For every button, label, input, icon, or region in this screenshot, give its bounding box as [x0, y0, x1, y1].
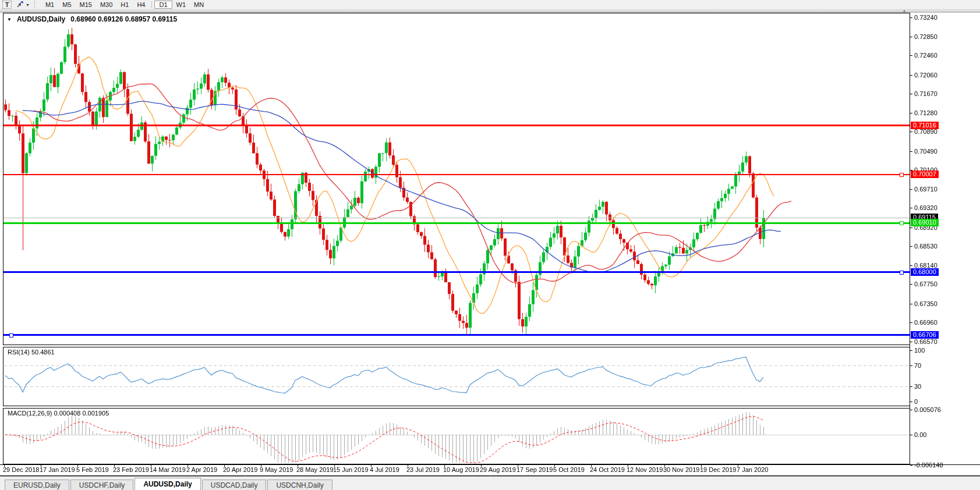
price-axis-tick: 0.69320 — [914, 204, 937, 211]
price-badge: 0.69010 — [911, 219, 939, 226]
price-axis-tick: 0.72060 — [914, 72, 937, 79]
price-badge: 0.68000 — [911, 268, 939, 276]
price-axis-tick: 0.66570 — [914, 338, 937, 345]
price-axis-tick: 0.68530 — [914, 243, 937, 250]
date-axis-label: 15 Jun 2019 — [333, 466, 369, 473]
timeframe-button-m15[interactable]: M15 — [76, 1, 96, 9]
date-axis-label: 7 Jan 2020 — [737, 466, 768, 473]
price-axis-tick: 0.72850 — [914, 33, 937, 40]
price-badge: 0.71016 — [911, 122, 939, 129]
rsi-axis-tick: 30 — [914, 383, 921, 390]
price-axis-tick: 0.67750 — [914, 280, 937, 287]
rsi-axis-tick: 70 — [914, 362, 921, 369]
date-axis-label: 23 Feb 2019 — [113, 466, 149, 473]
date-axis-label: 30 Nov 2019 — [663, 466, 699, 473]
timeframe-button-w1[interactable]: W1 — [172, 1, 190, 9]
timeframe-button-h1[interactable]: H1 — [116, 1, 133, 9]
rsi-indicator-label: RSI(14) 50.4861 — [8, 349, 55, 356]
date-axis-label: 2 Apr 2019 — [186, 466, 217, 473]
date-axis-label: 14 Mar 2019 — [150, 466, 186, 473]
price-axis-tick: 0.71670 — [914, 90, 937, 97]
chart-ohlc-values: 0.68960 0.69126 0.68957 0.69115 — [70, 15, 177, 23]
toolbar-separator — [151, 1, 152, 8]
chart-tab-usdcnh[interactable]: USDCNH,Daily — [267, 480, 332, 490]
mt4-window: { "toolbar": { "text_tool_label": "T", "… — [0, 0, 980, 490]
date-axis-label: 28 May 2019 — [296, 466, 334, 473]
date-axis-label: 19 Dec 2019 — [700, 466, 736, 473]
triangle-down-icon: ▼ — [7, 17, 12, 22]
timeframe-button-m5[interactable]: M5 — [58, 1, 75, 9]
date-axis-label: 17 Sep 2019 — [516, 466, 553, 473]
price-axis-tick: 0.66960 — [914, 319, 937, 326]
chart-tab-usdchf[interactable]: USDCHF,Daily — [70, 480, 134, 490]
date-axis-label: 29 Aug 2019 — [480, 466, 516, 473]
timeframe-button-m30[interactable]: M30 — [96, 1, 116, 9]
timeframe-button-d1[interactable]: D1 — [154, 1, 172, 9]
timeframe-buttons: M1M5M15M30H1H4D1W1MN — [41, 1, 208, 9]
chart-canvas[interactable] — [0, 13, 980, 476]
chart-window: ▼ AUDUSD,Daily 0.68960 0.69126 0.68957 0… — [0, 13, 980, 476]
text-tool-button[interactable]: T — [2, 1, 12, 9]
timeframe-button-mn[interactable]: MN — [190, 1, 208, 9]
macd-indicator-label: MACD(12,26,9) 0.000408 0.001905 — [8, 410, 109, 417]
timeframe-button-m1[interactable]: M1 — [41, 1, 58, 9]
toolbar-grip — [34, 1, 38, 8]
date-axis-label: 17 Jan 2019 — [40, 466, 75, 473]
date-axis-label: 20 Apr 2019 — [223, 466, 257, 473]
chart-tab-usdcad[interactable]: USDCAD,Daily — [202, 480, 267, 490]
top-toolbar: T ▼ M1M5M15M30H1H4D1W1MN — [0, 0, 980, 10]
date-axis-label: 5 Feb 2019 — [76, 466, 109, 473]
date-axis-label: 9 May 2019 — [260, 466, 293, 473]
price-axis-tick: 0.70890 — [914, 128, 937, 135]
horizontal-level-line[interactable] — [3, 125, 910, 126]
date-axis-label: 4 Jul 2019 — [370, 466, 399, 473]
chart-tab-bar: EURUSD,DailyUSDCHF,DailyAUDUSD,DailyUSDC… — [0, 476, 980, 490]
date-axis-label: 29 Dec 2018 — [3, 466, 39, 473]
rsi-axis-tick: 100 — [914, 347, 925, 354]
diagonal-arrows-icon — [16, 1, 24, 8]
chart-tab-audusd[interactable]: AUDUSD,Daily — [135, 478, 200, 490]
timeframe-button-h4[interactable]: H4 — [133, 1, 149, 9]
date-axis-label: 23 Jul 2019 — [406, 466, 440, 473]
date-axis-label: 24 Oct 2019 — [590, 466, 625, 473]
line-handle-marker[interactable] — [9, 333, 13, 338]
macd-axis-tick: 0.00 — [914, 431, 926, 438]
date-axis-label: 5 Oct 2019 — [553, 466, 585, 473]
line-handle-marker[interactable] — [900, 271, 904, 275]
price-axis-tick: 0.67350 — [914, 300, 937, 307]
chart-tab-eurusd[interactable]: EURUSD,Daily — [5, 480, 69, 490]
chart-symbol-label: AUDUSD,Daily — [17, 15, 65, 23]
macd-axis-tick: -0.006148 — [914, 461, 943, 468]
price-axis-tick: 0.70490 — [914, 148, 937, 155]
price-axis-tick: 0.72460 — [914, 52, 937, 59]
horizontal-level-line[interactable] — [3, 271, 910, 273]
chevron-down-icon: ▼ — [26, 3, 30, 7]
price-axis-tick: 0.69710 — [914, 186, 937, 193]
price-axis-tick: 0.71280 — [914, 109, 937, 116]
line-handle-marker[interactable] — [900, 221, 904, 225]
price-badge: 0.70007 — [911, 171, 939, 178]
horizontal-level-line[interactable] — [3, 334, 910, 336]
price-badge: 0.66706 — [911, 331, 939, 339]
chart-title: ▼ AUDUSD,Daily 0.68960 0.69126 0.68957 0… — [7, 15, 177, 23]
macd-axis-tick: 0.005076 — [914, 406, 941, 413]
rsi-axis-tick: 0 — [914, 398, 918, 405]
current-price-line — [3, 218, 910, 218]
horizontal-level-line[interactable] — [3, 222, 910, 224]
date-axis-label: 12 Nov 2019 — [627, 466, 663, 473]
price-axis-tick: 0.73240 — [914, 14, 937, 21]
arrows-tool-button[interactable]: ▼ — [16, 1, 30, 8]
horizontal-level-line[interactable] — [3, 174, 910, 175]
date-axis-label: 10 Aug 2019 — [443, 466, 479, 473]
line-handle-marker[interactable] — [900, 173, 904, 177]
